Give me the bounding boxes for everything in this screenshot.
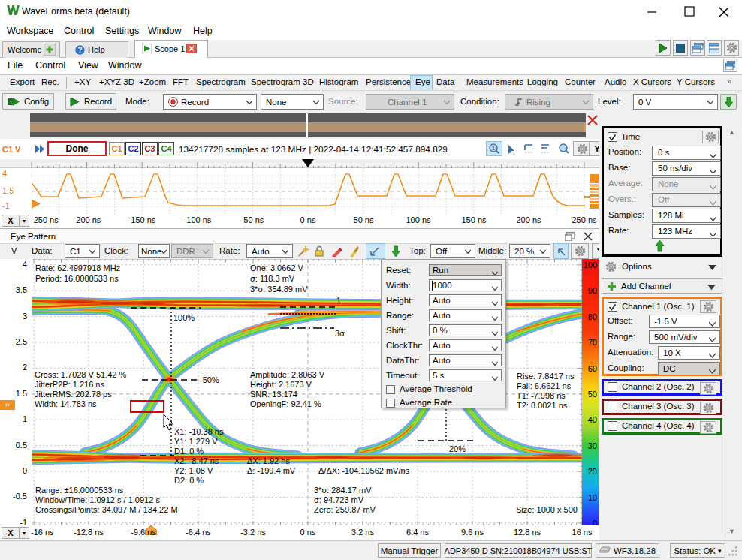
svg-text:20: 20 [588,467,597,476]
svg-text:60: 60 [588,364,597,373]
svg-text:0: 0 [593,519,597,525]
svg-text:90: 90 [588,286,597,295]
svg-text:10: 10 [588,493,597,502]
svg-text:70: 70 [588,338,597,347]
svg-text:80: 80 [588,312,597,321]
svg-text:1: 1 [492,145,496,152]
svg-text:50: 50 [588,390,597,399]
svg-text:100: 100 [584,260,597,269]
svg-text:1: 1 [9,99,13,106]
svg-text:30: 30 [588,441,597,450]
svg-text:40: 40 [588,415,597,424]
svg-text:?: ? [77,46,82,54]
